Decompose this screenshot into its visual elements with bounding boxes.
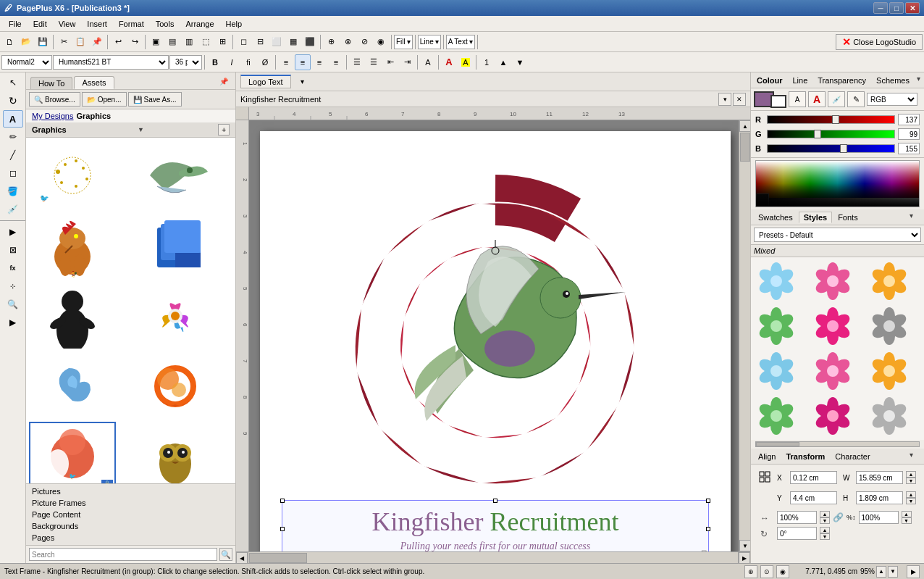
align-justify-button[interactable]: ≡	[328, 54, 344, 70]
browse-button[interactable]: 🔍 Browse...	[29, 92, 80, 107]
fill-tool[interactable]: 🪣	[3, 183, 23, 200]
tab-styles[interactable]: Styles	[799, 212, 832, 223]
text-color-bg-button[interactable]: A	[441, 54, 457, 70]
tb-icon-10[interactable]: ⬛	[302, 34, 318, 50]
copy-button[interactable]: 📋	[72, 34, 88, 50]
tab-colour[interactable]: Colour	[754, 75, 785, 86]
canvas-scroll[interactable]: Kingfisher Recruitment Pulling your need…	[249, 120, 739, 551]
scroll-thumb-h[interactable]	[249, 553, 307, 563]
menu-format[interactable]: Format	[113, 18, 150, 30]
tb-icon-8[interactable]: ⬜	[269, 34, 285, 50]
bold-button[interactable]: B	[207, 54, 223, 70]
g-slider[interactable]	[767, 130, 895, 138]
menu-view[interactable]: View	[53, 18, 82, 30]
scaley-down[interactable]: ▼	[902, 517, 912, 524]
handle-tr[interactable]	[706, 499, 710, 503]
pencil-tool[interactable]: ✏	[3, 128, 23, 146]
menu-edit[interactable]: Edit	[28, 18, 53, 30]
close-logostudio-button[interactable]: ✕ Close LogoStudio	[836, 34, 923, 50]
scroll-down-button[interactable]: ▼	[739, 540, 750, 551]
search-input[interactable]	[29, 548, 217, 561]
expand2-tools[interactable]: ▶	[3, 314, 23, 331]
link-pages[interactable]: Pages	[30, 533, 231, 543]
path-expand[interactable]: ▾	[718, 93, 731, 106]
fi-ligature-button[interactable]: fi	[240, 54, 256, 70]
eyedrop-tool[interactable]: 💉	[3, 201, 23, 218]
new-button[interactable]: 🗋	[1, 34, 17, 50]
graphic-bird[interactable]: 🐦	[29, 141, 116, 209]
char-map-button[interactable]: A	[420, 54, 436, 70]
open-asset-button[interactable]: 📂 Open...	[82, 92, 127, 107]
scroll-left-button[interactable]: ◀	[236, 552, 248, 563]
open-button[interactable]: 📂	[18, 34, 34, 50]
align-left-button[interactable]: ≡	[278, 54, 294, 70]
align-center-button[interactable]: ≡	[295, 54, 311, 70]
save-as-button[interactable]: 💾 Save As...	[128, 92, 182, 107]
resize-corner[interactable]: ⊡	[701, 549, 707, 551]
tb-icon-4[interactable]: ⬚	[198, 34, 214, 50]
scalex-up[interactable]: ▲	[820, 511, 830, 517]
style-magenta-flower[interactable]	[810, 305, 855, 347]
colour-panel-pin[interactable]: ▾	[917, 75, 924, 86]
scroll-track-v[interactable]	[739, 132, 750, 540]
page-num-button[interactable]: 1	[479, 54, 495, 70]
indent-dec-button[interactable]: ⇤	[382, 54, 398, 70]
undo-button[interactable]: ↩	[110, 34, 126, 50]
graphics-expand[interactable]: ▼	[138, 126, 144, 133]
nav-graphics[interactable]: Graphics	[76, 112, 111, 120]
zoom-up[interactable]: ▲	[876, 566, 886, 578]
link-page-content[interactable]: Page Content	[30, 509, 231, 520]
line-colour-tool[interactable]	[770, 95, 786, 108]
graphic-owl[interactable]	[132, 422, 219, 483]
align-panel-pin[interactable]: ▾	[910, 451, 921, 462]
x-value-input[interactable]	[790, 471, 837, 484]
colour-swatch-black[interactable]	[756, 193, 769, 207]
highlight-button[interactable]: A	[458, 54, 474, 70]
graphic-hummingbird[interactable]	[132, 141, 219, 209]
list-button[interactable]: ☰	[349, 54, 365, 70]
tab-assets[interactable]: Assets	[74, 76, 114, 89]
style-silver-flower[interactable]	[868, 395, 912, 437]
text-dropdown[interactable]: A Text▾	[446, 35, 475, 49]
tab-align[interactable]: Align	[754, 451, 780, 462]
style-pink-flower[interactable]	[810, 260, 855, 302]
scale-x-input[interactable]	[777, 511, 817, 524]
handle-tc[interactable]	[493, 499, 497, 503]
link-picture-frames[interactable]: Picture Frames	[30, 498, 231, 508]
colour-dropper[interactable]: 💉	[828, 91, 845, 107]
r-value-input[interactable]: 137	[898, 114, 920, 125]
handle-tl[interactable]	[280, 499, 285, 503]
scroll-right-button[interactable]: ▶	[739, 552, 750, 563]
scroll-thumb-v[interactable]	[740, 133, 750, 162]
statusbar-btn2[interactable]: ⊙	[760, 565, 773, 578]
statusbar-btn3[interactable]: ◉	[776, 565, 789, 578]
page-stepper-dn[interactable]: ▼	[512, 54, 528, 70]
panel-options[interactable]: ▾	[297, 76, 308, 88]
graphic-rooster[interactable]: 🐓	[29, 211, 116, 280]
style-green2-flower[interactable]	[754, 395, 799, 437]
fill-dropdown[interactable]: Fill▾	[394, 35, 413, 49]
h-value-input[interactable]	[856, 491, 903, 504]
w-up[interactable]: ▲	[906, 471, 916, 478]
rotate-down[interactable]: ▼	[820, 533, 830, 540]
tab-fonts[interactable]: Fonts	[833, 212, 862, 222]
link-backgrounds[interactable]: Backgrounds	[30, 521, 231, 531]
zoom-down[interactable]: ▼	[888, 566, 898, 578]
tb-icon-12[interactable]: ⊗	[340, 34, 356, 50]
menu-file[interactable]: File	[3, 18, 28, 30]
b-slider[interactable]	[767, 144, 895, 153]
scale-y-input[interactable]	[859, 511, 899, 524]
line-dropdown[interactable]: Line▾	[418, 35, 441, 49]
style-magenta2-flower[interactable]	[810, 395, 855, 437]
page-stepper-up[interactable]: ▲	[495, 54, 511, 70]
menu-arrange[interactable]: Arrange	[180, 18, 219, 30]
italic-button[interactable]: I	[224, 54, 240, 70]
style-sky-flower[interactable]	[754, 350, 799, 392]
scalex-down[interactable]: ▼	[820, 517, 830, 524]
styles-scrollbar[interactable]	[755, 441, 920, 447]
tab-character[interactable]: Character	[831, 451, 874, 462]
tab-swatches[interactable]: Swatches	[754, 212, 797, 222]
zoom-tool[interactable]: 🔍	[3, 296, 23, 313]
close-button[interactable]: ✕	[905, 2, 920, 14]
tb-icon-1[interactable]: ▣	[148, 34, 164, 50]
